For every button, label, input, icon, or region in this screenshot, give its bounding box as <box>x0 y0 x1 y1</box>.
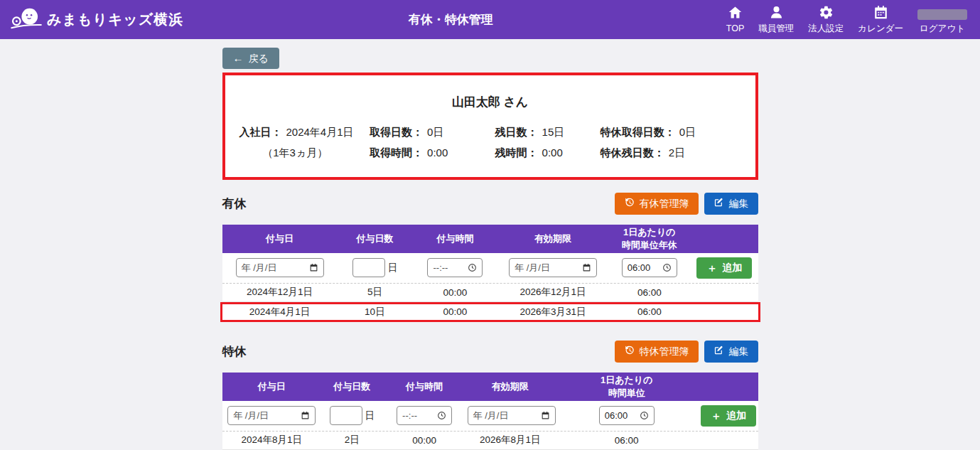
table-row: 2024年8月1日 2日 00:00 2026年8月1日 06:00 <box>222 432 758 450</box>
col-expiry: 有効期限 <box>466 379 554 395</box>
cell-hourly-unit: 06:00 <box>608 286 691 299</box>
col-grant-time: 付与時間 <box>383 379 466 395</box>
days-unit-label: 日 <box>365 409 375 422</box>
cell-expiry: 2026年12月1日 <box>498 284 608 300</box>
nav-item-label: ログアウト <box>920 24 965 34</box>
edit-icon <box>714 197 724 210</box>
table-row: 2024年4月1日 10日 00:00 2026年3月31日 06:00 <box>220 302 760 322</box>
edit-icon <box>714 345 724 358</box>
plus-icon: ＋ <box>706 262 717 274</box>
clock-small-icon <box>468 263 477 272</box>
cell-grant-date: 2024年8月1日 <box>222 432 321 448</box>
cell-grant-time: 00:00 <box>383 434 466 447</box>
back-arrow-icon: ← <box>233 52 244 65</box>
yukyu-expiry-input[interactable]: 年 /月/日 <box>509 258 597 277</box>
yukyu-table-header: 付与日 付与日数 付与時間 有効期限 1日あたりの 時間単位年休 <box>222 225 758 253</box>
nav-item-label: カレンダー <box>858 24 903 34</box>
tokkyu-edit-button[interactable]: 編集 <box>704 341 758 363</box>
cell-actions <box>691 291 758 294</box>
clock-small-icon <box>437 411 446 420</box>
tokkyu-expiry-input[interactable]: 年 /月/日 <box>468 406 556 425</box>
tokkyu-heading: 特休 <box>222 343 247 360</box>
yukyu-input-row: 年 /月/日 日 --:-- 年 /月/日 <box>222 253 758 284</box>
yukyu-section-head: 有休 有休管理簿 編集 <box>222 193 758 215</box>
field-remaining-hours: 残時間：0:00 <box>495 146 601 160</box>
col-actions <box>691 237 758 240</box>
nav-menu: TOP 職員管理 法人設定 カレンダー ログアウト <box>726 5 967 34</box>
yukyu-grant-time-input[interactable]: --:-- <box>427 258 483 277</box>
cell-actions <box>691 311 758 314</box>
calendar-small-icon <box>309 263 318 272</box>
tokkyu-ledger-label: 特休管理簿 <box>640 345 689 358</box>
brand-name: みまもりキッズ横浜 <box>47 10 183 29</box>
cell-actions <box>699 439 758 441</box>
yukyu-grant-date-input[interactable]: 年 /月/日 <box>236 258 324 277</box>
cell-grant-time: 00:00 <box>412 305 498 318</box>
tokkyu-add-button[interactable]: ＋ 追加 <box>701 405 756 427</box>
col-actions <box>699 385 758 388</box>
tokkyu-ledger-button[interactable]: 特休管理簿 <box>615 341 699 363</box>
yukyu-unit-time-input[interactable]: 06:00 <box>622 258 677 277</box>
field-special-taken-days: 特休取得日数：0日 <box>601 126 741 139</box>
table-row: 2024年12月1日 5日 00:00 2026年12月1日 06:00 <box>222 284 758 302</box>
cell-hourly-unit: 06:00 <box>608 305 691 318</box>
yukyu-edit-button[interactable]: 編集 <box>704 193 758 215</box>
col-grant-date: 付与日 <box>222 379 321 395</box>
nav-item-staff[interactable]: 職員管理 <box>758 5 794 34</box>
person-icon <box>769 5 784 23</box>
tokkyu-table-header: 付与日 付与日数 付与時間 有効期限 1日あたりの 時間単位 <box>222 373 758 401</box>
cell-expiry: 2026年3月31日 <box>498 304 608 320</box>
gear-icon <box>819 5 834 23</box>
col-grant-time: 付与時間 <box>412 231 498 247</box>
yukyu-actions: 有休管理簿 編集 <box>615 193 758 215</box>
field-special-remaining-days: 特休残日数：2日 <box>601 146 741 160</box>
cell-grant-time: 00:00 <box>412 286 498 299</box>
cell-grant-days: 10日 <box>338 304 413 320</box>
tokkyu-grant-time-input[interactable]: --:-- <box>397 406 452 425</box>
col-hourly-unit: 1日あたりの 時間単位 <box>554 373 699 400</box>
yukyu-ledger-button[interactable]: 有休管理簿 <box>615 193 699 215</box>
field-tenure: （1年3ヵ月） <box>239 146 370 160</box>
tokkyu-input-row: 年 /月/日 日 --:-- 年 /月/日 <box>222 401 758 432</box>
nav-item-corp-settings[interactable]: 法人設定 <box>808 5 844 34</box>
field-taken-hours: 取得時間：0:00 <box>370 146 495 160</box>
calendar-small-icon <box>301 411 310 420</box>
field-taken-days: 取得日数：0日 <box>370 126 495 139</box>
home-icon <box>728 5 743 23</box>
page-title: 有休・特休管理 <box>409 11 493 28</box>
yukyu-add-button[interactable]: ＋ 追加 <box>696 257 752 279</box>
snail-mascot-icon <box>10 6 43 33</box>
yukyu-heading: 有休 <box>222 195 247 212</box>
nav-item-top[interactable]: TOP <box>726 5 744 34</box>
clock-small-icon <box>662 263 672 272</box>
employee-name: 山田太郎 さん <box>239 94 741 110</box>
tokkyu-grant-date-input[interactable]: 年 /月/日 <box>227 406 316 425</box>
tokkyu-actions: 特休管理簿 編集 <box>615 341 758 363</box>
cell-grant-date: 2024年12月1日 <box>222 284 338 300</box>
cell-hourly-unit: 06:00 <box>554 434 699 447</box>
yukyu-table: 付与日 付与日数 付与時間 有効期限 1日あたりの 時間単位年休 年 /月/日 … <box>222 225 758 322</box>
back-button[interactable]: ← 戻る <box>222 48 279 69</box>
col-grant-date: 付与日 <box>222 231 338 247</box>
nav-item-label: 法人設定 <box>808 24 844 34</box>
brand-logo[interactable]: みまもりキッズ横浜 <box>10 6 183 33</box>
col-grant-days: 付与日数 <box>338 231 413 247</box>
nav-item-logout[interactable]: ログアウト <box>917 9 967 34</box>
plus-icon: ＋ <box>711 409 721 422</box>
cell-grant-days: 5日 <box>338 284 413 300</box>
field-hire-date: 入社日：2024年4月1日 <box>239 126 370 139</box>
tokkyu-grant-days-input[interactable] <box>330 406 362 425</box>
back-button-label: 戻る <box>249 53 269 65</box>
days-unit-label: 日 <box>388 262 398 274</box>
yukyu-grant-days-input[interactable] <box>352 258 385 277</box>
tokkyu-rows: 2024年8月1日 2日 00:00 2026年8月1日 06:00 <box>222 432 758 450</box>
history-icon <box>624 197 635 210</box>
yukyu-edit-label: 編集 <box>729 198 749 210</box>
nav-item-calendar[interactable]: カレンダー <box>858 5 903 34</box>
nav-item-label: TOP <box>726 24 744 34</box>
tokkyu-unit-time-input[interactable]: 06:00 <box>599 406 655 425</box>
history-icon <box>624 345 635 358</box>
cell-grant-days: 2日 <box>321 432 383 448</box>
col-grant-days: 付与日数 <box>321 379 383 395</box>
tokkyu-add-label: 追加 <box>726 409 746 422</box>
